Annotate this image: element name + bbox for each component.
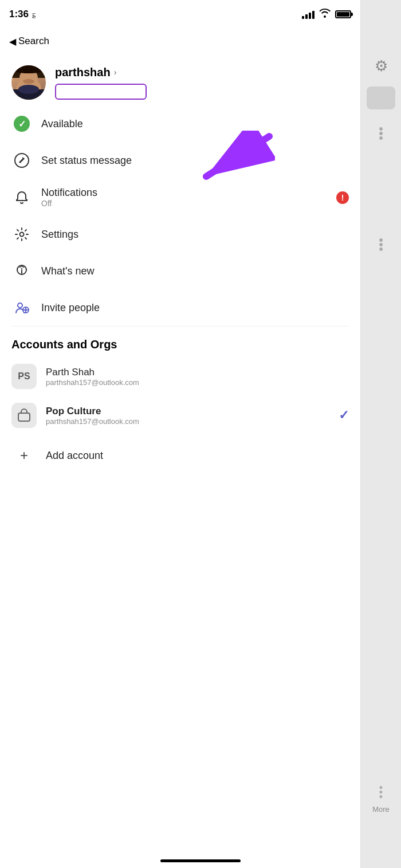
add-account-button[interactable]: + Add account <box>0 435 360 476</box>
timer-icon: ᵹ <box>32 9 36 19</box>
notifications-badge-icon: ! <box>341 193 344 202</box>
profile-info: parthshah › <box>55 66 147 100</box>
status-time: 1:36 <box>9 9 29 20</box>
profile-status-input[interactable] <box>55 84 147 100</box>
notifications-icon <box>11 187 32 208</box>
username-text: parthshah <box>55 66 111 79</box>
main-panel: 1:36 ᵹ ◀ Search <box>0 0 361 868</box>
add-account-label: Add account <box>46 450 103 462</box>
available-icon: ✓ <box>11 113 32 134</box>
notifications-badge: ! <box>336 191 349 204</box>
back-navigation[interactable]: ◀ Search <box>0 29 360 54</box>
account-pop-culture-name: Pop Culture <box>46 406 101 417</box>
svg-point-7 <box>18 303 22 308</box>
sidebar-gear-icon[interactable]: ⚙ <box>375 57 388 75</box>
profile-section[interactable]: parthshah › <box>0 54 360 105</box>
set-status-menu-item[interactable]: Set status message <box>0 142 360 179</box>
svg-rect-1 <box>11 65 46 73</box>
profile-name: parthshah › <box>55 66 147 79</box>
notifications-sublabel: Off <box>41 199 97 208</box>
account-pop-culture[interactable]: Pop Culture parthshah157@outlook.com ✓ <box>0 396 360 435</box>
account-parth-avatar: PS <box>11 364 37 389</box>
profile-chevron-icon: › <box>114 68 117 77</box>
wifi-icon <box>319 9 331 20</box>
notifications-text-group: Notifications Off <box>41 187 97 208</box>
signal-icon <box>302 10 314 19</box>
settings-menu-item[interactable]: Settings <box>0 216 360 253</box>
available-label: Available <box>41 118 83 130</box>
whats-new-icon <box>11 261 32 281</box>
sidebar-gray-box <box>367 87 395 109</box>
status-right-icons <box>302 9 351 20</box>
svg-point-2 <box>23 79 34 84</box>
account-parth-info: Parth Shah parthshah157@outlook.com <box>46 367 139 387</box>
account-pop-culture-info: Pop Culture parthshah157@outlook.com <box>46 406 139 426</box>
account-parth-shah[interactable]: PS Parth Shah parthshah157@outlook.com <box>0 357 360 396</box>
settings-label: Settings <box>41 229 78 241</box>
invite-people-label: Invite people <box>41 302 100 314</box>
content-area: parthshah › ✓ Available <box>0 0 360 476</box>
sidebar-more-label: More <box>372 805 390 814</box>
svg-rect-9 <box>18 413 30 421</box>
add-account-icon: + <box>11 443 37 468</box>
accounts-section-header: Accounts and Orgs <box>0 327 360 357</box>
account-parth-email: parthshah157@outlook.com <box>46 378 139 387</box>
status-bar: 1:36 ᵹ <box>0 0 360 29</box>
account-pop-culture-email: parthshah157@outlook.com <box>46 417 139 426</box>
avatar <box>11 65 46 100</box>
whats-new-menu-item[interactable]: What's new <box>0 253 360 289</box>
right-sidebar: ⚙ ••• ••• ••• More <box>361 0 401 868</box>
set-status-icon <box>11 150 32 171</box>
back-arrow-icon: ◀ <box>9 36 16 47</box>
notifications-label: Notifications <box>41 187 97 198</box>
account-pop-culture-avatar <box>11 403 37 428</box>
account-parth-name: Parth Shah <box>46 367 95 378</box>
back-label: Search <box>18 36 49 47</box>
settings-icon <box>11 224 32 245</box>
battery-icon <box>335 10 351 18</box>
whats-new-label: What's new <box>41 265 94 277</box>
sidebar-dots-2: ••• <box>379 238 383 252</box>
account-active-check-icon: ✓ <box>339 408 349 423</box>
home-indicator <box>160 859 241 862</box>
sidebar-dots-3: ••• <box>379 785 383 799</box>
notifications-menu-item[interactable]: Notifications Off ! <box>0 179 360 216</box>
svg-point-4 <box>18 85 39 94</box>
set-status-label: Set status message <box>41 155 132 167</box>
invite-people-icon <box>11 297 32 318</box>
sidebar-dots-1: ••• <box>379 127 383 140</box>
invite-people-menu-item[interactable]: Invite people <box>0 289 360 326</box>
svg-point-6 <box>20 233 24 237</box>
available-menu-item[interactable]: ✓ Available <box>0 105 360 142</box>
